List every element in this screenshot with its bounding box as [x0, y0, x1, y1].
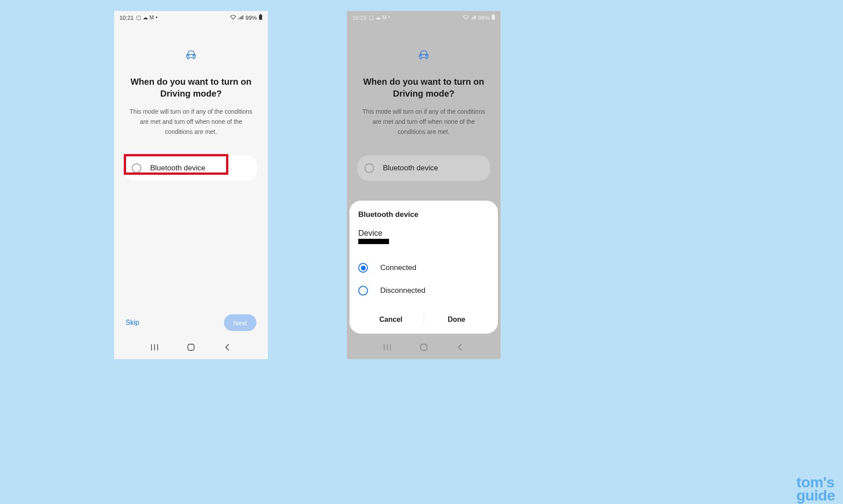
svg-rect-2	[188, 344, 194, 350]
watermark-logo: tom's guide	[796, 476, 835, 502]
battery-icon	[491, 14, 495, 22]
signal-icon	[238, 14, 244, 21]
image-icon: ▢	[136, 14, 141, 21]
phone-screenshot-left: 10:21 ▢ ☁ M • 99%	[114, 11, 268, 359]
next-button[interactable]: Next	[224, 314, 256, 331]
radio-label: Connected	[380, 263, 416, 272]
signal-icon	[471, 14, 476, 21]
car-icon	[418, 50, 429, 61]
option-label: Bluetooth device	[383, 164, 438, 173]
gmail-icon: M	[382, 14, 387, 21]
bottom-actions: Skip Next	[114, 312, 268, 334]
radio-unchecked-icon	[364, 163, 374, 173]
radio-connected[interactable]: Connected	[358, 256, 489, 279]
home-button[interactable]	[187, 343, 195, 353]
radio-disconnected[interactable]: Disconnected	[358, 279, 489, 302]
phone-screenshot-right: 10:23 ▢ ☁ M • 98%	[347, 11, 501, 359]
status-time: 10:21	[119, 14, 134, 21]
gmail-icon: M	[150, 14, 154, 21]
wifi-icon	[230, 14, 236, 21]
back-button[interactable]	[456, 343, 464, 353]
watermark-line2: guide	[796, 489, 835, 502]
page-title: When do you want to turn on Driving mode…	[125, 76, 257, 100]
image-icon: ▢	[369, 14, 374, 21]
status-notif-icons: ▢ ☁ M •	[136, 14, 158, 21]
cloud-icon: ☁	[143, 14, 148, 21]
status-bar: 10:21 ▢ ☁ M • 99%	[114, 11, 268, 24]
annotation-highlight	[124, 154, 228, 175]
skip-button[interactable]: Skip	[126, 319, 139, 327]
system-nav-bar	[114, 337, 268, 359]
car-icon	[186, 50, 196, 61]
recents-button[interactable]	[383, 343, 391, 353]
svg-rect-3	[492, 15, 495, 20]
wifi-icon	[463, 14, 469, 21]
option-bluetooth-device[interactable]: Bluetooth device	[357, 155, 490, 181]
svg-rect-5	[421, 344, 427, 350]
done-button[interactable]: Done	[424, 309, 490, 330]
battery-icon	[259, 14, 263, 22]
status-time: 10:23	[352, 14, 367, 21]
modal-title: Bluetooth device	[358, 210, 489, 219]
radio-unselected-icon	[358, 286, 368, 295]
radio-selected-icon	[358, 263, 368, 273]
dot-icon: •	[156, 14, 158, 21]
battery-percent: 99%	[245, 14, 257, 21]
page-description: This mode will turn on if any of the con…	[125, 107, 257, 137]
status-notif-icons: ▢ ☁ M •	[369, 14, 390, 21]
page-title: When do you want to turn on Driving mode…	[357, 76, 490, 100]
dot-icon: •	[389, 14, 390, 21]
svg-rect-1	[260, 14, 261, 15]
device-field-label[interactable]: Device	[358, 229, 489, 238]
page-description: This mode will turn on if any of the con…	[357, 107, 490, 137]
recents-button[interactable]	[151, 343, 159, 353]
home-button[interactable]	[420, 343, 428, 353]
system-nav-bar	[347, 337, 501, 359]
cancel-button[interactable]: Cancel	[358, 309, 424, 330]
bluetooth-device-modal: Bluetooth device Device Connected Discon…	[349, 201, 498, 334]
back-button[interactable]	[223, 343, 231, 353]
svg-rect-4	[493, 14, 494, 15]
status-bar: 10:23 ▢ ☁ M • 98%	[347, 11, 501, 24]
option-bluetooth-device[interactable]: Bluetooth device	[125, 155, 257, 181]
device-name-redacted	[358, 239, 389, 244]
cloud-icon: ☁	[375, 14, 381, 21]
svg-rect-0	[259, 15, 262, 20]
battery-percent: 98%	[478, 14, 490, 21]
radio-label: Disconnected	[380, 286, 425, 295]
